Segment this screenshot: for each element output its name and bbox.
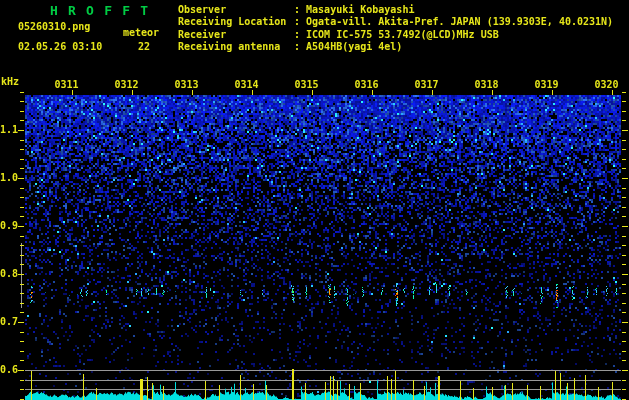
info-colon: : <box>294 4 306 15</box>
info-row: Observer: Masayuki Kobayashi <box>178 4 613 16</box>
time-tick-label: 0318 <box>467 80 507 90</box>
time-tick-label: 0319 <box>527 80 567 90</box>
spectrogram-canvas <box>0 0 629 400</box>
info-row: Receiver: ICOM IC-575 53.7492(@LCD)MHz U… <box>178 29 613 41</box>
info-value: Ogata-vill. Akita-Pref. JAPAN (139.9303E… <box>306 16 613 27</box>
info-label: Observer <box>178 4 294 16</box>
freq-axis-unit: kHz <box>1 77 19 87</box>
echo-count: 22 <box>138 42 150 52</box>
mode-label: meteor <box>123 28 159 38</box>
time-tick-label: 0315 <box>287 80 327 90</box>
freq-tick-label: 1.0 <box>0 173 17 183</box>
time-tick-label: 0312 <box>107 80 147 90</box>
time-tick-label: 0314 <box>227 80 267 90</box>
freq-tick-label: 0.9 <box>0 221 17 231</box>
info-value: Masayuki Kobayashi <box>306 4 414 15</box>
info-row: Receiving Location: Ogata-vill. Akita-Pr… <box>178 16 613 28</box>
time-tick-label: 0320 <box>587 80 627 90</box>
freq-tick-label: 0.7 <box>0 317 17 327</box>
info-label: Receiving Location <box>178 16 294 28</box>
freq-tick-label: 1.1 <box>0 125 17 135</box>
freq-tick-label: 0.6 <box>0 365 17 375</box>
info-value: A504HB(yagi 4el) <box>306 41 402 52</box>
info-colon: : <box>294 16 306 27</box>
app-title: H R O F F T <box>50 4 149 17</box>
info-value: ICOM IC-575 53.7492(@LCD)MHz USB <box>306 29 499 40</box>
info-row: Receiving antenna: A504HB(yagi 4el) <box>178 41 613 53</box>
time-tick-label: 0313 <box>167 80 207 90</box>
time-tick-label: 0316 <box>347 80 387 90</box>
datetime-label: 02.05.26 03:10 <box>18 42 102 52</box>
time-tick-label: 0317 <box>407 80 447 90</box>
info-label: Receiver <box>178 29 294 41</box>
info-colon: : <box>294 41 306 52</box>
output-filename: 05260310.png <box>18 22 90 32</box>
station-info: Observer: Masayuki KobayashiReceiving Lo… <box>178 4 613 53</box>
hrofft-window: H R O F F T 05260310.png meteor 02.05.26… <box>0 0 629 400</box>
time-tick-label: 0311 <box>47 80 87 90</box>
info-colon: : <box>294 29 306 40</box>
info-label: Receiving antenna <box>178 41 294 53</box>
freq-tick-label: 0.8 <box>0 269 17 279</box>
